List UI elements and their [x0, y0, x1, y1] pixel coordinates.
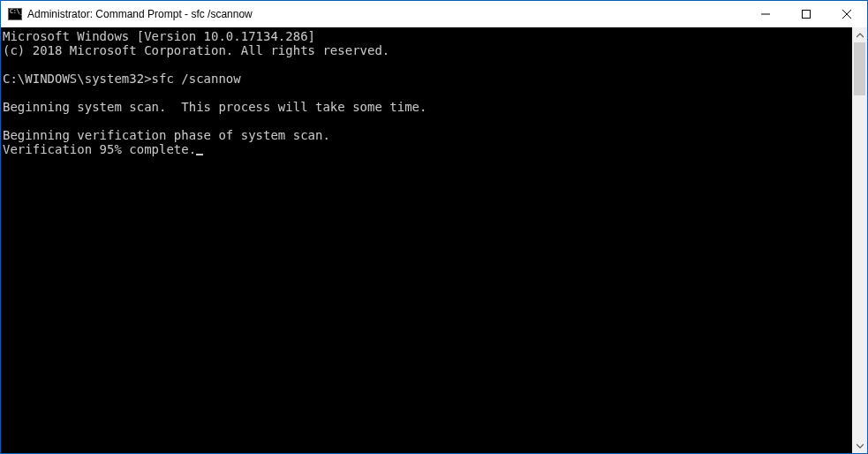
maximize-button[interactable]	[786, 1, 826, 27]
title-left: Administrator: Command Prompt - sfc /sca…	[1, 8, 745, 20]
titlebar[interactable]: Administrator: Command Prompt - sfc /sca…	[1, 1, 867, 27]
console-line: Microsoft Windows [Version 10.0.17134.28…	[3, 29, 315, 43]
window-title: Administrator: Command Prompt - sfc /sca…	[27, 8, 253, 20]
console-prompt-line: C:\WINDOWS\system32>sfc /scannow	[3, 72, 241, 86]
scroll-up-button[interactable]	[852, 27, 867, 42]
scroll-thumb[interactable]	[854, 42, 865, 95]
console-output[interactable]: Microsoft Windows [Version 10.0.17134.28…	[1, 27, 852, 453]
scroll-down-button[interactable]	[852, 438, 867, 453]
command-prompt-icon	[8, 8, 22, 20]
text-cursor	[196, 154, 203, 155]
client-area: Microsoft Windows [Version 10.0.17134.28…	[1, 27, 867, 453]
minimize-icon	[761, 10, 770, 19]
console-line: Verification 95% complete.	[3, 142, 196, 156]
console-line: Beginning system scan. This process will…	[3, 100, 426, 114]
svg-rect-1	[803, 11, 811, 19]
chevron-up-icon	[857, 33, 864, 38]
console-line: (c) 2018 Microsoft Corporation. All righ…	[3, 43, 389, 57]
chevron-down-icon	[857, 443, 864, 449]
window-controls	[745, 1, 867, 27]
minimize-button[interactable]	[745, 1, 786, 27]
vertical-scrollbar[interactable]	[852, 27, 867, 453]
prompt-path: C:\WINDOWS\system32>	[3, 72, 152, 86]
close-icon	[842, 10, 851, 19]
command-prompt-window: Administrator: Command Prompt - sfc /sca…	[0, 0, 868, 454]
typed-command: sfc /scannow	[152, 72, 241, 86]
close-button[interactable]	[826, 1, 867, 27]
console-line: Beginning verification phase of system s…	[3, 128, 330, 142]
maximize-icon	[802, 10, 811, 19]
